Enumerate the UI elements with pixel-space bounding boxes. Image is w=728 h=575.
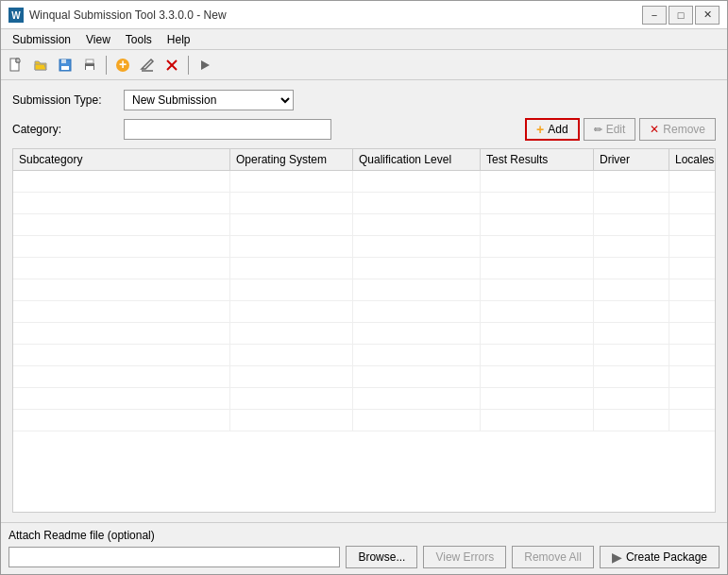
toolbar-separator-2 [188, 56, 189, 75]
title-bar: W Winqual Submission Tool 3.3.0.0 - New … [1, 1, 727, 29]
svg-rect-6 [61, 66, 69, 70]
table-row[interactable] [13, 301, 715, 323]
toolbar-delete-button[interactable] [161, 54, 183, 76]
table-row[interactable] [13, 193, 715, 214]
minimize-button[interactable]: − [642, 6, 667, 25]
add-button[interactable]: + Add [525, 118, 580, 141]
bottom-controls: Browse... View Errors Remove All ▶ Creat… [8, 546, 720, 568]
table-container: Subcategory Operating System Qualificati… [12, 148, 716, 513]
table-row[interactable] [13, 410, 715, 431]
add-icon: + [536, 122, 544, 137]
table-row[interactable] [13, 171, 715, 193]
table-row[interactable] [13, 214, 715, 236]
col-qualification: Qualification Level [353, 149, 481, 170]
title-text: Winqual Submission Tool 3.3.0.0 - New [29, 8, 642, 22]
submission-type-label: Submission Type: [12, 93, 116, 107]
toolbar-forward-button[interactable] [194, 54, 216, 76]
category-row: Category: + Add ✏ Edit ✕ Remove [12, 118, 716, 141]
create-package-arrow-icon: ▶ [612, 550, 622, 565]
view-errors-button[interactable]: View Errors [423, 546, 506, 568]
readme-input[interactable] [8, 547, 340, 567]
add-button-label: Add [548, 123, 567, 136]
submission-type-row: Submission Type: New Submission Update [12, 90, 716, 110]
toolbar-add-button[interactable]: + [111, 54, 134, 76]
edit-button-label: Edit [606, 123, 626, 136]
col-locales: Locales [669, 149, 716, 170]
col-subcategory: Subcategory [13, 149, 230, 170]
menu-submission[interactable]: Submission [5, 31, 78, 48]
menu-bar: Submission View Tools Help [1, 29, 727, 50]
table-row[interactable] [13, 279, 715, 301]
menu-tools[interactable]: Tools [118, 31, 160, 48]
remove-all-button[interactable]: Remove All [512, 546, 594, 568]
bottom-right-buttons: View Errors Remove All ▶ Create Package [423, 546, 720, 568]
submission-type-select[interactable]: New Submission Update [124, 90, 294, 110]
svg-marker-15 [201, 60, 210, 70]
toolbar: + [1, 50, 727, 80]
app-window: W Winqual Submission Tool 3.3.0.0 - New … [0, 0, 728, 575]
svg-text:+: + [119, 58, 127, 72]
menu-view[interactable]: View [78, 31, 118, 48]
action-buttons: + Add ✏ Edit ✕ Remove [525, 118, 716, 141]
close-button[interactable]: ✕ [695, 6, 720, 25]
category-input[interactable] [124, 119, 331, 140]
svg-rect-5 [61, 59, 66, 63]
table-header: Subcategory Operating System Qualificati… [13, 149, 715, 171]
svg-rect-8 [86, 59, 93, 63]
remove-button[interactable]: ✕ Remove [639, 118, 716, 141]
col-test-results: Test Results [481, 149, 594, 170]
maximize-button[interactable]: □ [669, 6, 693, 25]
svg-rect-9 [86, 66, 93, 70]
create-package-label: Create Package [626, 550, 707, 564]
app-icon: W [8, 8, 24, 23]
open-button[interactable] [29, 54, 52, 76]
save-button[interactable] [54, 54, 76, 76]
window-controls: − □ ✕ [642, 6, 720, 25]
toolbar-separator-1 [106, 56, 107, 75]
table-row[interactable] [13, 345, 715, 366]
category-label: Category: [12, 123, 116, 136]
table-body [13, 171, 715, 510]
remove-icon: ✕ [650, 123, 659, 136]
svg-text:W: W [11, 10, 21, 21]
edit-icon: ✏ [594, 124, 602, 136]
menu-help[interactable]: Help [160, 31, 198, 48]
toolbar-edit-button[interactable] [136, 54, 159, 76]
svg-marker-3 [16, 59, 20, 62]
col-os: Operating System [230, 149, 353, 170]
table-row[interactable] [13, 258, 715, 279]
print-button[interactable] [78, 54, 101, 76]
table-row[interactable] [13, 366, 715, 388]
col-driver: Driver [594, 149, 669, 170]
readme-label: Attach Readme file (optional) [8, 529, 720, 542]
create-package-button[interactable]: ▶ Create Package [600, 546, 720, 568]
edit-button[interactable]: ✏ Edit [584, 118, 636, 141]
table-row[interactable] [13, 236, 715, 258]
submission-type-select-wrapper: New Submission Update [124, 90, 294, 110]
browse-button[interactable]: Browse... [346, 546, 417, 568]
new-button[interactable] [5, 54, 27, 76]
table-row[interactable] [13, 323, 715, 345]
content-area: Submission Type: New Submission Update C… [1, 80, 727, 522]
bottom-section: Attach Readme file (optional) Browse... … [1, 522, 727, 574]
remove-button-label: Remove [663, 123, 705, 136]
table-row[interactable] [13, 388, 715, 410]
